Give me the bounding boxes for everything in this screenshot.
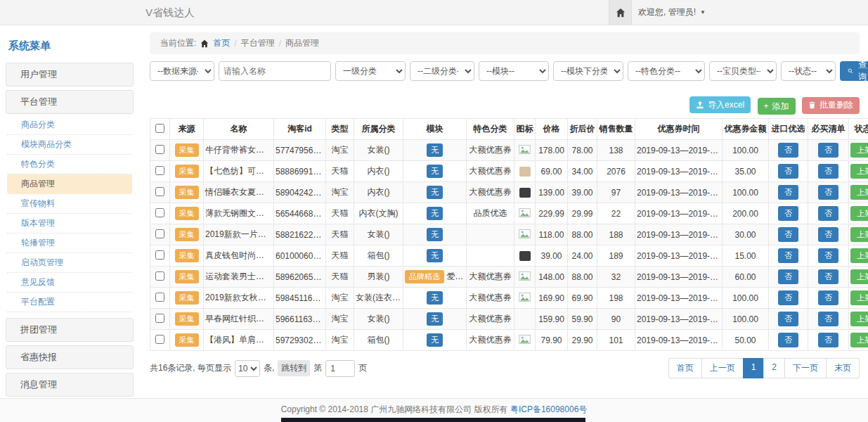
jump-page-input[interactable] [325, 360, 355, 377]
select-all-checkbox[interactable] [155, 124, 164, 133]
must-buy-toggle[interactable]: 否 [818, 290, 838, 305]
import-select-toggle[interactable]: 否 [778, 333, 798, 347]
status-button[interactable]: 上架 [850, 164, 868, 179]
breadcrumb-home-link[interactable]: 首页 [213, 37, 230, 49]
page-button[interactable]: 下一页 [784, 358, 827, 378]
sidebar-item[interactable]: 启动页管理 [7, 253, 132, 273]
sidebar-item[interactable]: 宣传物料 [7, 194, 132, 214]
coupon-amount: 30.00 [723, 224, 769, 245]
filter-select[interactable]: --数据来源-- [150, 61, 214, 81]
sidebar-group[interactable]: 平台管理 [6, 90, 134, 114]
filter-select[interactable]: --宝贝类型-- [709, 61, 777, 81]
page-button[interactable]: 1 [743, 358, 765, 378]
import-excel-button[interactable]: 导入excel [689, 96, 751, 113]
must-buy-toggle[interactable]: 否 [818, 143, 838, 158]
search-icon [848, 67, 853, 75]
filter-select[interactable]: --二级分类-- [410, 61, 474, 81]
import-select-toggle[interactable]: 否 [778, 227, 798, 242]
filter-select[interactable]: --特色分类-- [628, 61, 705, 81]
import-select-toggle[interactable]: 否 [778, 206, 798, 221]
per-page-select[interactable]: 10 [235, 360, 260, 377]
sidebar-item[interactable]: 商品分类 [7, 115, 132, 135]
page-button[interactable]: 上一页 [701, 358, 744, 378]
module-badge: 无 [427, 291, 443, 305]
filter-select[interactable]: --状态-- [781, 61, 836, 81]
import-select-toggle[interactable]: 否 [778, 269, 798, 284]
status-button[interactable]: 上架 [850, 269, 868, 284]
icp-link[interactable]: 粤ICP备16098006号 [510, 404, 587, 414]
sidebar-item[interactable]: 商品管理 [7, 174, 132, 194]
sidebar-item[interactable]: 意见反馈 [7, 273, 132, 293]
import-select-toggle[interactable]: 否 [778, 164, 798, 179]
row-checkbox[interactable] [155, 187, 164, 196]
sidebar-group[interactable]: 省惠快报 [6, 345, 134, 369]
user-menu[interactable]: 欢迎您, 管理员! ▼ [638, 0, 706, 25]
status-button[interactable]: 上架 [850, 227, 868, 242]
module-cell: 无 [403, 309, 467, 330]
sidebar-group[interactable]: 拼团管理 [6, 318, 134, 342]
filter-select[interactable]: 一级分类 [335, 61, 406, 81]
home-button[interactable] [609, 0, 632, 25]
must-buy-toggle[interactable]: 否 [818, 227, 838, 242]
filter-select[interactable]: --模块-- [479, 61, 549, 81]
sidebar-group[interactable]: 用户管理 [6, 63, 134, 87]
bottom-dark-strip [281, 418, 585, 422]
row-checkbox[interactable] [155, 208, 164, 217]
row-checkbox[interactable] [155, 293, 164, 302]
row-checkbox[interactable] [155, 335, 164, 344]
image-placeholder-icon [519, 208, 531, 217]
must-buy-toggle[interactable]: 否 [818, 185, 838, 200]
sidebar-item[interactable]: 版本管理 [7, 214, 132, 234]
sidebar-title: 系统菜单 [6, 34, 134, 59]
must-buy-toggle[interactable]: 否 [818, 206, 838, 221]
status-button[interactable]: 上架 [850, 333, 868, 347]
sidebar-item[interactable]: 平台配置 [7, 293, 132, 312]
icon-cell [514, 182, 536, 203]
import-select-toggle[interactable]: 否 [778, 312, 798, 326]
row-checkbox[interactable] [155, 229, 164, 238]
row-checkbox[interactable] [155, 250, 164, 260]
import-select-toggle[interactable]: 否 [778, 248, 798, 263]
sales-count: 22 [597, 203, 635, 224]
import-select-toggle[interactable]: 否 [778, 185, 798, 200]
search-button[interactable]: 查询 [840, 61, 868, 81]
must-buy-toggle[interactable]: 否 [818, 269, 838, 284]
sidebar-item[interactable]: 轮播管理 [7, 234, 132, 253]
module-badge: 无 [427, 312, 443, 326]
filter-select[interactable]: --模块下分类-- [553, 61, 623, 81]
add-button[interactable]: + 添加 [758, 98, 796, 115]
sidebar-group[interactable]: 消息管理 [6, 373, 134, 397]
name-filter-input[interactable] [219, 61, 331, 81]
sidebar-item[interactable]: 特色分类 [7, 155, 132, 174]
feature-category: 大额优惠券 [467, 140, 514, 161]
must-buy-toggle[interactable]: 否 [818, 312, 838, 326]
row-checkbox[interactable] [155, 314, 164, 323]
product-name: 2019新款女秋薄款... [204, 288, 274, 309]
import-select-toggle[interactable]: 否 [778, 290, 798, 305]
sidebar-item[interactable]: 模块商品分类 [7, 135, 132, 155]
status-button[interactable]: 上架 [850, 143, 868, 158]
page-button[interactable]: 2 [763, 358, 785, 378]
product-type: 天猫 [326, 203, 354, 224]
must-buy-toggle[interactable]: 否 [818, 164, 838, 179]
status-button[interactable]: 上架 [850, 206, 868, 221]
must-buy-toggle[interactable]: 否 [818, 333, 838, 347]
sidebar-submenu: 商品分类模块商品分类特色分类商品管理宣传物料版本管理轮播管理启动页管理意见反馈平… [6, 114, 134, 314]
import-select-toggle[interactable]: 否 [778, 143, 798, 158]
module-badge: 无 [427, 249, 443, 262]
batch-delete-button[interactable]: 批量删除 [802, 97, 860, 114]
page-button[interactable]: 末页 [826, 358, 860, 378]
status-button[interactable]: 上架 [850, 312, 868, 326]
row-checkbox[interactable] [155, 166, 164, 175]
status-button[interactable]: 上架 [850, 248, 868, 263]
icon-cell [514, 267, 536, 288]
product-type: 天猫 [326, 245, 354, 267]
must-buy-toggle[interactable]: 否 [818, 248, 838, 263]
row-checkbox[interactable] [155, 145, 164, 154]
page-button[interactable]: 首页 [668, 358, 702, 378]
status-button[interactable]: 上架 [850, 185, 868, 200]
coupon-time: 2019-09-13—2019-09-20 [635, 182, 723, 203]
row-checkbox[interactable] [155, 271, 164, 281]
status-button[interactable]: 上架 [850, 290, 868, 305]
column-header: 特色分类 [467, 119, 514, 140]
